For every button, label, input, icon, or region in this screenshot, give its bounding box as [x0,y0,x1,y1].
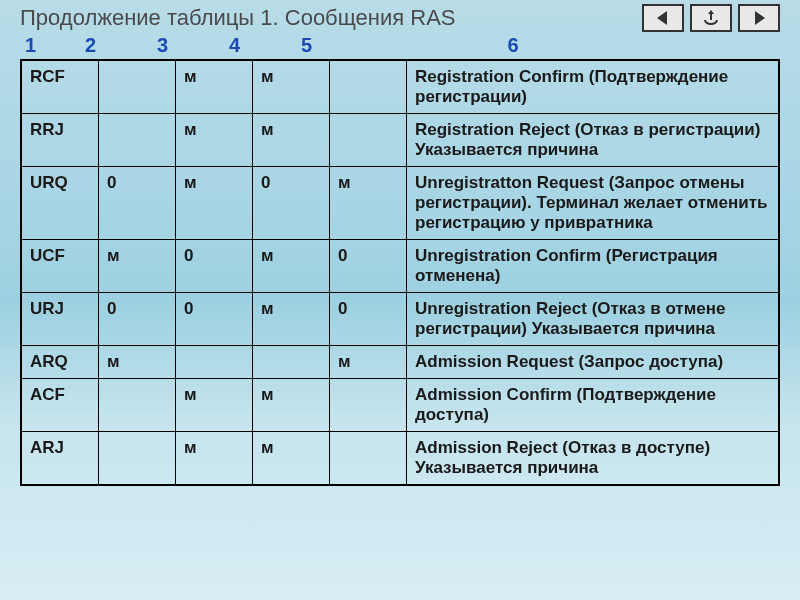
value-cell [176,346,253,379]
col-num: 3 [157,34,229,57]
value-cell: 0 [330,293,407,346]
ras-messages-table: RCFммRegistration Confirm (Подтверждение… [20,59,780,486]
value-cell: 0 [99,167,176,240]
col-num: 2 [85,34,157,57]
value-cell: м [253,240,330,293]
value-cell: м [99,346,176,379]
desc-cell: Unregistratton Request (Запрос отмены ре… [407,167,780,240]
value-cell [330,114,407,167]
table-container: RCFммRegistration Confirm (Подтверждение… [0,59,800,486]
value-cell: 0 [253,167,330,240]
desc-cell: Unregistration Reject (Отказ в отмене ре… [407,293,780,346]
header: Продолжение таблицы 1. Сообщения RAS [0,0,800,34]
nav-return-button[interactable] [690,4,732,32]
value-cell: м [253,60,330,114]
nav-prev-button[interactable] [642,4,684,32]
desc-cell: Admission Confirm (Подтверждение доступа… [407,379,780,432]
desc-cell: Registration Confirm (Подтверждение реги… [407,60,780,114]
value-cell [99,114,176,167]
col-num: 1 [25,34,85,57]
svg-marker-0 [657,11,667,25]
table-row: ARJммAdmission Reject (Отказ в доступе) … [21,432,779,486]
code-cell: RRJ [21,114,99,167]
nav-next-button[interactable] [738,4,780,32]
value-cell: м [330,167,407,240]
value-cell: 0 [330,240,407,293]
value-cell: м [253,293,330,346]
value-cell: 0 [99,293,176,346]
column-numbers: 1 2 3 4 5 6 [0,34,800,59]
svg-marker-2 [755,11,765,25]
value-cell: м [176,114,253,167]
col-num: 4 [229,34,301,57]
value-cell: м [330,346,407,379]
value-cell [330,432,407,486]
value-cell: м [253,114,330,167]
arrow-left-icon [653,8,673,28]
code-cell: ARQ [21,346,99,379]
value-cell [330,379,407,432]
table-row: ACFммAdmission Confirm (Подтверждение до… [21,379,779,432]
code-cell: RCF [21,60,99,114]
arrow-right-icon [749,8,769,28]
code-cell: URJ [21,293,99,346]
value-cell: м [99,240,176,293]
table-row: URQ0м0мUnregistratton Request (Запрос от… [21,167,779,240]
value-cell: 0 [176,240,253,293]
value-cell [253,346,330,379]
value-cell: м [176,167,253,240]
code-cell: UCF [21,240,99,293]
return-icon [701,8,721,28]
value-cell: м [176,379,253,432]
desc-cell: Admission Reject (Отказ в доступе) Указы… [407,432,780,486]
table-row: RRJммRegistration Reject (Отказ в регист… [21,114,779,167]
value-cell [99,379,176,432]
table-row: RCFммRegistration Confirm (Подтверждение… [21,60,779,114]
col-num: 6 [373,34,653,57]
value-cell [99,60,176,114]
page-title: Продолжение таблицы 1. Сообщения RAS [20,5,456,31]
value-cell [330,60,407,114]
col-num: 5 [301,34,373,57]
desc-cell: Unregistration Confirm (Регистрация отме… [407,240,780,293]
nav-buttons [642,4,780,32]
value-cell: м [253,379,330,432]
table-row: ARQммAdmission Request (Запрос доступа) [21,346,779,379]
value-cell [99,432,176,486]
desc-cell: Registration Reject (Отказ в регистрации… [407,114,780,167]
table-row: URJ00м0Unregistration Reject (Отказ в от… [21,293,779,346]
value-cell: м [176,60,253,114]
desc-cell: Admission Request (Запрос доступа) [407,346,780,379]
code-cell: ARJ [21,432,99,486]
code-cell: ACF [21,379,99,432]
value-cell: 0 [176,293,253,346]
value-cell: м [253,432,330,486]
table-row: UCFм0м0Unregistration Confirm (Регистрац… [21,240,779,293]
code-cell: URQ [21,167,99,240]
svg-marker-1 [708,10,714,14]
value-cell: м [176,432,253,486]
